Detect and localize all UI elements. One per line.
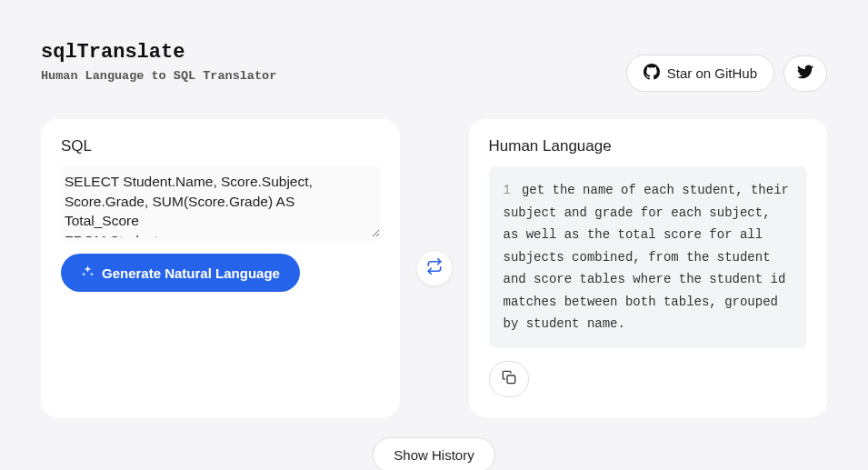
output-text: get the name of each student, their subj… [504, 183, 789, 331]
generate-button[interactable]: Generate Natural Language [61, 254, 300, 292]
title-block: sqlTranslate Human Language to SQL Trans… [41, 41, 276, 83]
svg-rect-0 [507, 375, 515, 384]
human-title: Human Language [489, 137, 808, 155]
star-github-label: Star on GitHub [667, 65, 757, 81]
github-icon [644, 64, 660, 83]
app-subtitle: Human Language to SQL Translator [41, 69, 276, 83]
line-number: 1 [504, 183, 511, 197]
twitter-button[interactable] [783, 55, 827, 92]
sparkle-icon [81, 265, 95, 281]
swap-button[interactable] [416, 250, 453, 286]
show-history-button[interactable]: Show History [373, 437, 494, 471]
star-github-button[interactable]: Star on GitHub [626, 55, 774, 92]
swap-icon [426, 258, 443, 277]
sql-card: SQL Generate Natural Language [41, 119, 400, 417]
output-box: 1get the name of each student, their sub… [489, 166, 808, 348]
generate-label: Generate Natural Language [102, 265, 280, 281]
copy-button[interactable] [489, 361, 529, 397]
sql-title: SQL [61, 137, 380, 155]
human-card: Human Language 1get the name of each stu… [469, 119, 828, 417]
sql-input[interactable] [61, 166, 380, 237]
copy-icon [502, 370, 516, 387]
twitter-icon [797, 64, 813, 83]
app-logo: sqlTranslate [41, 41, 276, 64]
